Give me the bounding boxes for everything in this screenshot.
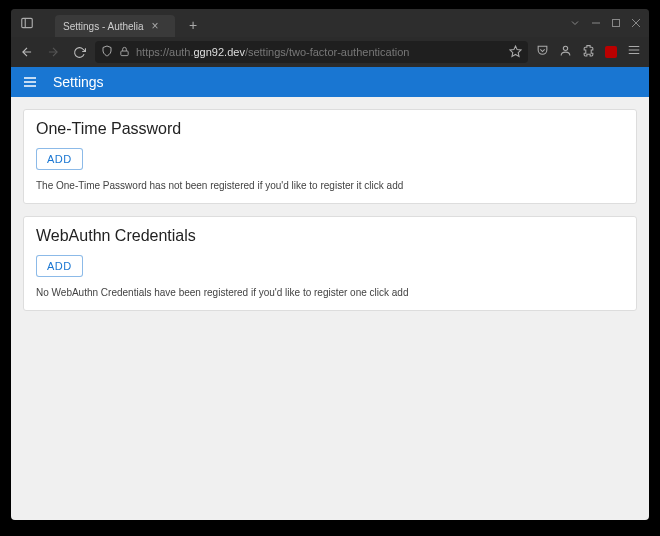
- new-tab-button[interactable]: +: [189, 17, 197, 33]
- card-webauthn-credentials: WebAuthn Credentials ADD No WebAuthn Cre…: [23, 216, 637, 311]
- nav-back-button[interactable]: [17, 42, 37, 62]
- window-minimize-button[interactable]: [591, 18, 601, 28]
- url-text: https://auth.ggn92.dev/settings/two-fact…: [136, 46, 409, 58]
- url-bar[interactable]: https://auth.ggn92.dev/settings/two-fact…: [95, 41, 528, 63]
- svg-rect-0: [22, 18, 33, 27]
- browser-toolbar: https://auth.ggn92.dev/settings/two-fact…: [11, 37, 649, 67]
- hamburger-menu-icon[interactable]: [627, 43, 641, 61]
- titlebar-left: Settings - Authelia × +: [11, 9, 197, 37]
- app-menu-button[interactable]: [21, 73, 39, 91]
- card-title: One-Time Password: [36, 120, 624, 138]
- app-header-title: Settings: [53, 74, 104, 90]
- ublock-icon[interactable]: [605, 46, 617, 58]
- account-icon[interactable]: [559, 43, 572, 61]
- titlebar-right: [569, 17, 649, 29]
- svg-line-5: [632, 19, 640, 27]
- nav-forward-button[interactable]: [43, 42, 63, 62]
- svg-line-4: [632, 19, 640, 27]
- browser-tab[interactable]: Settings - Authelia ×: [55, 15, 175, 37]
- page-body: One-Time Password ADD The One-Time Passw…: [11, 97, 649, 520]
- svg-point-10: [563, 46, 567, 50]
- page-viewport: Settings One-Time Password ADD The One-T…: [11, 67, 649, 520]
- svg-marker-9: [510, 46, 521, 56]
- tab-title: Settings - Authelia: [63, 21, 144, 32]
- lock-icon[interactable]: [119, 46, 130, 59]
- tab-close-icon[interactable]: ×: [152, 20, 159, 32]
- app-header: Settings: [11, 67, 649, 97]
- add-button[interactable]: ADD: [36, 255, 83, 277]
- add-button[interactable]: ADD: [36, 148, 83, 170]
- window-maximize-button[interactable]: [611, 18, 621, 28]
- window-titlebar: Settings - Authelia × +: [11, 9, 649, 37]
- nav-reload-button[interactable]: [69, 42, 89, 62]
- card-description: The One-Time Password has not been regis…: [36, 180, 624, 191]
- window-close-button[interactable]: [631, 18, 641, 28]
- tabs-dropdown-icon[interactable]: [569, 17, 581, 29]
- card-description: No WebAuthn Credentials have been regist…: [36, 287, 624, 298]
- svg-rect-3: [613, 20, 620, 27]
- svg-rect-8: [121, 51, 128, 56]
- bookmark-star-icon[interactable]: [509, 45, 522, 60]
- card-one-time-password: One-Time Password ADD The One-Time Passw…: [23, 109, 637, 204]
- browser-window: Settings - Authelia × +: [11, 9, 649, 520]
- card-title: WebAuthn Credentials: [36, 227, 624, 245]
- sidebar-toggle-icon[interactable]: [17, 13, 37, 33]
- pocket-icon[interactable]: [536, 43, 549, 61]
- toolbar-right-icons: [534, 43, 643, 61]
- extensions-icon[interactable]: [582, 43, 595, 61]
- shield-icon[interactable]: [101, 45, 113, 59]
